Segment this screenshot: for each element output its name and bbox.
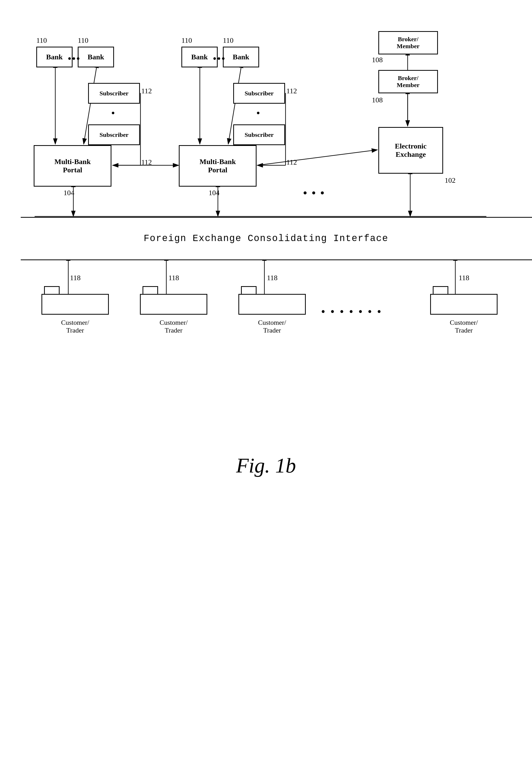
- sub1a-box: Subscriber: [88, 83, 140, 104]
- ct3-label: Customer/Trader: [239, 319, 306, 334]
- label-118-1: 118: [70, 274, 81, 282]
- ct4-tab: [433, 286, 448, 294]
- ct2-tab: [143, 286, 158, 294]
- sub1b-label: Subscriber: [99, 131, 128, 138]
- ct-dots: • • • • • • •: [321, 306, 382, 318]
- bank2a-box: Bank: [181, 46, 218, 67]
- ct4-main: [430, 294, 498, 315]
- ct1-group: Customer/Trader: [41, 294, 109, 334]
- sub1b-box: Subscriber: [88, 124, 140, 145]
- broker2-label: Broker/Member: [397, 75, 419, 89]
- label-118-4: 118: [459, 274, 469, 282]
- bank2-dots: •••: [213, 53, 226, 64]
- electronic-exchange-box: ElectronicExchange: [378, 127, 443, 174]
- bank1-dots: •••: [68, 53, 81, 64]
- ct1-main: [41, 294, 109, 315]
- label-102: 102: [445, 176, 456, 185]
- bank2a-label: Bank: [191, 53, 208, 61]
- broker2-box: Broker/Member: [378, 70, 438, 93]
- mbp2-label: Multi-BankPortal: [199, 158, 236, 174]
- electronic-exchange-label: ElectronicExchange: [395, 142, 427, 159]
- label-110-4: 110: [223, 36, 233, 44]
- ct3-tab: [241, 286, 256, 294]
- sub2b-label: Subscriber: [245, 131, 274, 138]
- label-112-3: 112: [286, 87, 297, 95]
- bank1a-box: Bank: [36, 46, 72, 67]
- ct2-main: [140, 294, 207, 315]
- mbp2-box: Multi-BankPortal: [179, 145, 256, 187]
- bank1a-label: Bank: [46, 53, 63, 61]
- ct3-main: [239, 294, 306, 315]
- label-110-2: 110: [78, 36, 88, 44]
- ct4-group: Customer/Trader: [430, 294, 498, 334]
- sub1-dots: •: [112, 107, 116, 119]
- label-112-2: 112: [141, 158, 152, 166]
- diagram2: Customer/Trader Customer/Trader Customer…: [21, 259, 532, 441]
- ct3-group: Customer/Trader: [239, 294, 306, 334]
- fig-label: Fig. 1b: [21, 454, 511, 477]
- sub2b-box: Subscriber: [233, 124, 285, 145]
- sub2a-label: Subscriber: [245, 90, 274, 97]
- diagram1: Bank Bank ••• Subscriber • Subscriber Mu…: [21, 15, 532, 218]
- ct3-box-wrap: [239, 294, 306, 315]
- ct4-box-wrap: [430, 294, 498, 315]
- ct1-label: Customer/Trader: [41, 319, 109, 334]
- svg-line-13: [257, 150, 377, 165]
- label-108-2: 108: [372, 96, 383, 104]
- ct1-tab: [44, 286, 60, 294]
- ct4-label: Customer/Trader: [430, 319, 498, 334]
- label-112-1: 112: [141, 87, 152, 95]
- mbp1-box: Multi-BankPortal: [34, 145, 112, 187]
- middle-label: Foreign Exchange Consolidating Interface: [21, 233, 511, 244]
- label-108-1: 108: [372, 56, 383, 64]
- label-110-1: 110: [36, 36, 47, 44]
- label-118-2: 118: [168, 274, 179, 282]
- ct2-box-wrap: [140, 294, 207, 315]
- label-110-3: 110: [181, 36, 192, 44]
- bank2b-label: Bank: [233, 53, 249, 61]
- ct1-box-wrap: [41, 294, 109, 315]
- ct2-label: Customer/Trader: [140, 319, 207, 334]
- bank1b-box: Bank: [78, 46, 114, 67]
- middle-dots: • • •: [303, 187, 325, 199]
- bank1b-label: Bank: [88, 53, 104, 61]
- ct2-group: Customer/Trader: [140, 294, 207, 334]
- broker1-box: Broker/Member: [378, 31, 438, 55]
- bank2b-box: Bank: [223, 46, 259, 67]
- label-118-3: 118: [267, 274, 278, 282]
- page: Bank Bank ••• Subscriber • Subscriber Mu…: [0, 0, 532, 783]
- mbp1-label: Multi-BankPortal: [55, 158, 91, 174]
- label-104-1: 104: [63, 189, 74, 197]
- sub2-dots: •: [256, 107, 261, 119]
- broker1-label: Broker/Member: [397, 36, 419, 50]
- sub2a-box: Subscriber: [233, 83, 285, 104]
- sub1a-label: Subscriber: [99, 90, 128, 97]
- label-112-4: 112: [286, 158, 297, 166]
- label-104-2: 104: [209, 189, 219, 197]
